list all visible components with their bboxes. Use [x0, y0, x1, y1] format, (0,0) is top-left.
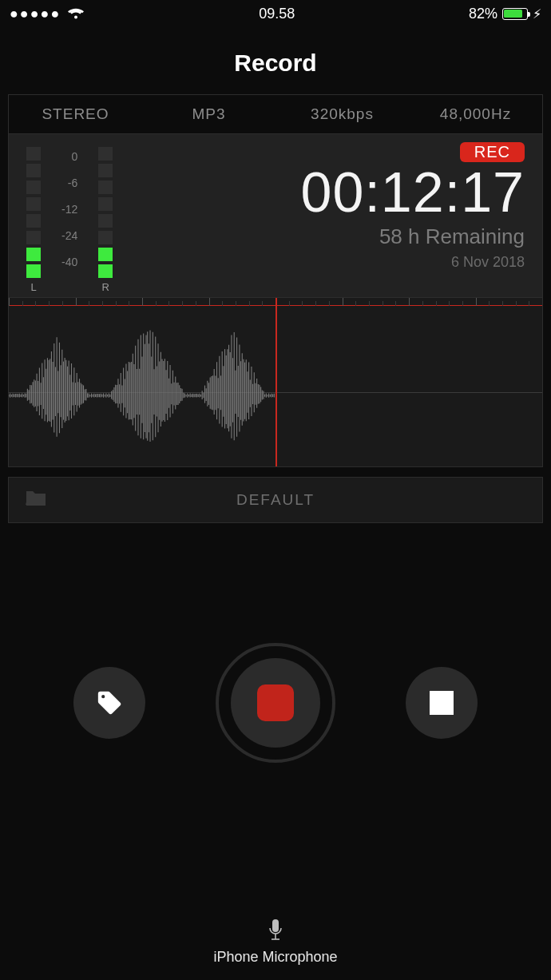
charging-icon: ⚡︎ — [533, 6, 541, 22]
meter-left-label: L — [30, 281, 36, 293]
input-source-label: iPhone Microphone — [0, 949, 551, 966]
setting-channels[interactable]: STEREO — [9, 105, 142, 123]
stop-icon — [430, 691, 454, 715]
meter-scale: 0 -6 -12 -24 -40 — [61, 147, 77, 268]
recording-date: 6 Nov 2018 — [451, 254, 525, 271]
elapsed-timer: 00:12:17 — [301, 164, 525, 223]
waveform-display[interactable] — [8, 298, 543, 467]
transport-controls — [0, 643, 551, 763]
page-title: Record — [0, 27, 551, 94]
record-icon — [257, 684, 294, 721]
signal-dots-icon: ●●●●● — [10, 6, 61, 22]
playhead — [276, 298, 277, 466]
record-button[interactable] — [216, 643, 335, 763]
waveform-svg — [9, 306, 276, 466]
input-source[interactable]: iPhone Microphone — [0, 919, 551, 966]
setting-format[interactable]: MP3 — [142, 105, 276, 123]
folder-name: DEFAULT — [9, 491, 542, 509]
stop-button[interactable] — [406, 667, 478, 739]
level-meter-right: R — [98, 147, 113, 297]
folder-selector[interactable]: DEFAULT — [8, 477, 543, 523]
tag-icon — [96, 689, 123, 716]
status-time: 09.58 — [259, 6, 295, 22]
meter-right-label: R — [102, 281, 109, 293]
battery-percentage: 82% — [469, 6, 497, 22]
tag-button[interactable] — [73, 667, 145, 739]
status-bar: ●●●●● 09.58 82% ⚡︎ — [0, 0, 551, 27]
microphone-icon — [268, 919, 283, 942]
remaining-time: 58 h Remaining — [379, 224, 525, 249]
recording-settings-bar[interactable]: STEREO MP3 320kbps 48,000Hz — [8, 94, 543, 134]
monitor-panel: L 0 -6 -12 -24 -40 R REC 00:12:17 58 h R… — [8, 134, 543, 298]
svg-rect-200 — [272, 919, 279, 932]
setting-bitrate[interactable]: 320kbps — [276, 105, 409, 123]
wifi-icon — [67, 7, 85, 20]
rec-indicator-badge: REC — [460, 142, 525, 162]
setting-samplerate[interactable]: 48,000Hz — [409, 105, 542, 123]
folder-icon — [25, 490, 47, 510]
level-meter-left: L — [26, 147, 41, 297]
battery-icon — [502, 8, 528, 20]
